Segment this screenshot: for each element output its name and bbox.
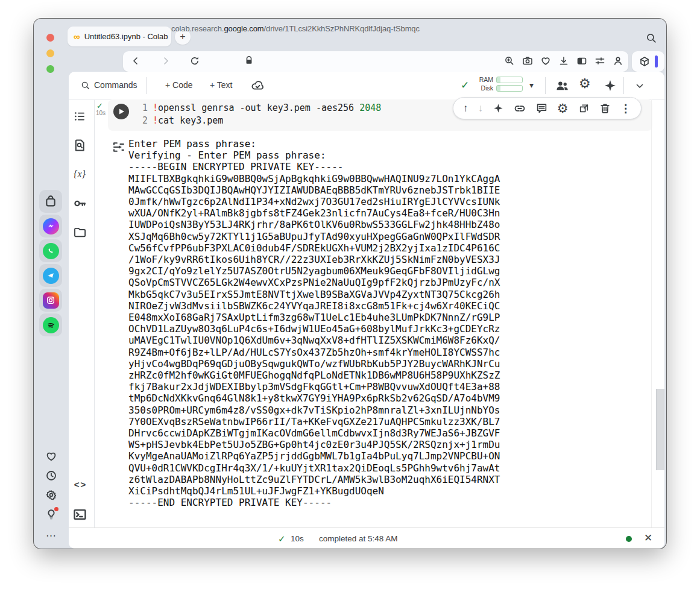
line-number: 1 bbox=[134, 102, 148, 113]
forward-icon[interactable] bbox=[160, 55, 171, 66]
resources-caret-down-icon[interactable]: ▾ bbox=[529, 81, 534, 89]
code-line[interactable]: 2!cat key3.pem bbox=[134, 115, 223, 126]
extension-pill[interactable] bbox=[632, 51, 664, 72]
more-vert-icon[interactable]: ⋮ bbox=[620, 103, 631, 114]
output-indicator-icon[interactable] bbox=[112, 140, 125, 154]
code-snippets-icon[interactable]: < > bbox=[72, 477, 87, 491]
disk-label: Disk bbox=[476, 84, 493, 92]
cloud-saved-icon[interactable] bbox=[251, 79, 265, 93]
collapse-chevron-down-icon[interactable] bbox=[634, 81, 645, 92]
tune-sliders-icon[interactable] bbox=[594, 55, 605, 66]
more-ellipsis-icon[interactable]: … bbox=[46, 527, 57, 538]
app-dock bbox=[39, 190, 62, 336]
settings-gear-icon[interactable]: ⚙ bbox=[579, 77, 591, 90]
browser-window: ∞ Untitled63.ipynb - Colab + colab.resea… bbox=[34, 19, 666, 549]
terminal-icon[interactable] bbox=[72, 507, 87, 521]
disk-meter bbox=[496, 85, 523, 92]
download-icon[interactable] bbox=[558, 55, 569, 66]
messenger-button[interactable] bbox=[39, 215, 62, 238]
ram-meter bbox=[496, 77, 523, 83]
telegram-button[interactable] bbox=[39, 264, 62, 287]
shell-bang: ! bbox=[153, 102, 158, 113]
find-in-notebook-icon[interactable] bbox=[72, 138, 87, 153]
gemini-sparkle-icon[interactable] bbox=[493, 102, 504, 114]
divider bbox=[623, 77, 624, 94]
instagram-button[interactable] bbox=[39, 289, 62, 312]
tab-indicator-bar bbox=[655, 55, 658, 68]
delete-cell-trash-icon[interactable] bbox=[599, 102, 611, 114]
variables-icon[interactable]: {x} bbox=[72, 167, 87, 181]
ram-label: RAM bbox=[476, 76, 493, 83]
code-text: openssl genrsa -out key3.pem -aes256 bbox=[158, 102, 359, 113]
cell-toolbar: ↑ ↓ ⚙ ⋮ bbox=[453, 97, 642, 119]
copy-link-icon[interactable] bbox=[514, 102, 526, 115]
divider bbox=[545, 77, 546, 94]
mirror-cell-in-tab-icon[interactable] bbox=[578, 102, 590, 114]
settings-gear-icon[interactable] bbox=[45, 489, 57, 501]
url-path: /drive/1TLcsi2KkhSzPhNRKqdlfJdjaq-tSbmqc bbox=[264, 24, 420, 33]
search-icon[interactable] bbox=[646, 33, 657, 44]
whatsapp-icon bbox=[43, 243, 59, 259]
app-store-button[interactable] bbox=[39, 190, 62, 213]
code-literal: 2048 bbox=[359, 102, 381, 113]
shopping-bag-icon bbox=[43, 194, 58, 209]
table-of-contents-icon[interactable] bbox=[72, 109, 87, 124]
ideas-lightbulb-icon[interactable] bbox=[45, 508, 57, 520]
comment-icon[interactable] bbox=[536, 102, 547, 114]
reload-icon[interactable] bbox=[189, 55, 200, 66]
history-clock-icon[interactable] bbox=[45, 470, 57, 482]
reader-mode-icon[interactable] bbox=[576, 55, 587, 66]
close-window-button[interactable] bbox=[46, 34, 54, 42]
spotify-icon bbox=[43, 317, 59, 333]
tab-title: Untitled63.ipynb - Colab bbox=[84, 32, 168, 41]
status-duration: 10s bbox=[291, 534, 304, 543]
url-text[interactable]: colab.research.google.com/drive/1TLcsi2K… bbox=[171, 24, 420, 33]
add-code-button[interactable]: + Code bbox=[165, 80, 193, 90]
move-cell-down-icon[interactable]: ↓ bbox=[478, 103, 484, 113]
spotify-button[interactable] bbox=[39, 313, 62, 336]
share-people-icon[interactable] bbox=[555, 78, 570, 93]
run-cell-button[interactable] bbox=[113, 104, 129, 119]
sidebar-divider bbox=[94, 99, 95, 527]
zoom-in-page-icon[interactable] bbox=[504, 55, 515, 66]
status-bar: ✓ 10s completed at 5:48 AM ✕ bbox=[69, 527, 664, 549]
colab-logo-icon: ∞ bbox=[74, 32, 80, 41]
gemini-sparkle-icon[interactable] bbox=[603, 78, 617, 93]
colab-toolbar: Commands + Code + Text ✓ RAM Disk bbox=[69, 72, 664, 100]
close-status-icon[interactable]: ✕ bbox=[644, 533, 652, 543]
profile-icon[interactable] bbox=[613, 55, 623, 66]
divider bbox=[146, 77, 147, 94]
messenger-icon bbox=[43, 218, 59, 235]
cell-settings-gear-icon[interactable]: ⚙ bbox=[557, 102, 569, 115]
resources-meter[interactable]: RAM Disk bbox=[476, 76, 523, 92]
commands-button[interactable]: Commands bbox=[94, 80, 137, 90]
cell-success-check-icon: ✓ bbox=[461, 79, 469, 92]
exec-time: 10s bbox=[96, 110, 106, 116]
lock-icon bbox=[244, 55, 254, 65]
files-folder-icon[interactable] bbox=[72, 225, 87, 239]
scrollbar-thumb[interactable] bbox=[656, 389, 664, 470]
minimize-window-button[interactable] bbox=[46, 49, 54, 57]
back-icon[interactable] bbox=[130, 55, 141, 66]
telegram-icon bbox=[43, 268, 59, 284]
favorites-heart-icon[interactable] bbox=[45, 450, 57, 462]
cell-output: Enter PEM pass phrase: Verifying - Enter… bbox=[128, 138, 500, 509]
whatsapp-button[interactable] bbox=[39, 239, 62, 262]
line-number: 2 bbox=[134, 115, 148, 126]
zoom-window-button[interactable] bbox=[46, 65, 54, 73]
move-cell-up-icon[interactable]: ↑ bbox=[463, 103, 468, 113]
secrets-key-icon[interactable] bbox=[72, 196, 87, 210]
notification-dot bbox=[54, 507, 58, 511]
dock-utilities: … bbox=[44, 450, 58, 538]
status-check-icon: ✓ bbox=[278, 534, 286, 544]
browser-tab[interactable]: ∞ Untitled63.ipynb - Colab bbox=[68, 27, 171, 46]
url-domain: google.com bbox=[224, 24, 263, 33]
code-line[interactable]: 1!openssl genrsa -out key3.pem -aes256 2… bbox=[134, 102, 381, 113]
play-icon bbox=[118, 108, 125, 115]
commands-search-icon[interactable] bbox=[81, 81, 90, 90]
favorite-heart-icon[interactable] bbox=[540, 55, 551, 66]
camera-icon[interactable] bbox=[522, 55, 533, 66]
add-text-button[interactable]: + Text bbox=[210, 80, 233, 90]
content-edge bbox=[651, 99, 652, 527]
url-subdomain: colab.research. bbox=[171, 24, 224, 33]
